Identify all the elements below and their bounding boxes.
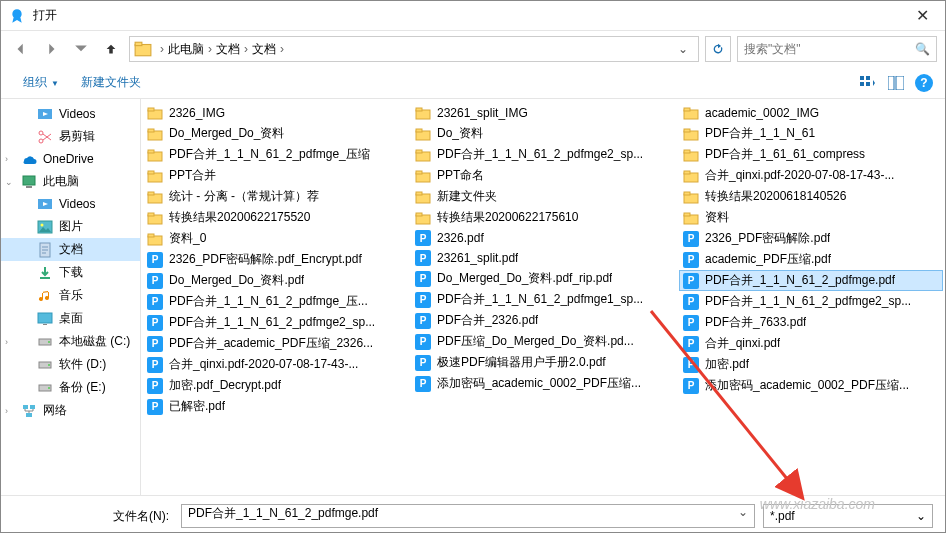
- sidebar-item[interactable]: 图片: [1, 215, 140, 238]
- sidebar-item[interactable]: 备份 (E:): [1, 376, 140, 399]
- file-filter-combobox[interactable]: *.pdf ⌄: [763, 504, 933, 528]
- breadcrumb[interactable]: › 此电脑 › 文档 › 文档 › ⌄: [129, 36, 699, 62]
- file-item[interactable]: PPDF合并_1_1_N_61_2_pdfmge.pdf: [679, 270, 943, 291]
- search-input[interactable]: [744, 42, 915, 56]
- file-item[interactable]: PPDF合并_1_1_N_61_2_pdfmge1_sp...: [411, 289, 675, 310]
- file-name: PDF合并_1_61_61_compress: [705, 146, 865, 163]
- svg-rect-55: [684, 108, 690, 111]
- file-item[interactable]: P合并_qinxi.pdf-2020-07-08-17-43-...: [143, 354, 407, 375]
- folder-item[interactable]: PPT合并: [143, 165, 407, 186]
- new-folder-button[interactable]: 新建文件夹: [71, 70, 151, 95]
- folder-item[interactable]: 2326_IMG: [143, 103, 407, 123]
- sidebar-item[interactable]: Videos: [1, 103, 140, 125]
- folder-item[interactable]: 资料: [679, 207, 943, 228]
- pictures-icon: [37, 219, 53, 235]
- refresh-button[interactable]: [705, 36, 731, 62]
- breadcrumb-item[interactable]: 文档: [252, 41, 276, 58]
- breadcrumb-item[interactable]: 文档: [216, 41, 240, 58]
- organize-menu[interactable]: 组织▼: [13, 70, 69, 95]
- nav-back[interactable]: [9, 37, 33, 61]
- file-item[interactable]: P2326_PDF密码解除.pdf_Encrypt.pdf: [143, 249, 407, 270]
- file-item[interactable]: P23261_split.pdf: [411, 248, 675, 268]
- chevron-icon: ›: [160, 42, 164, 56]
- sidebar-item[interactable]: ⌄此电脑: [1, 170, 140, 193]
- sidebar-item[interactable]: 软件 (D:): [1, 353, 140, 376]
- tree-caret-icon[interactable]: ›: [5, 337, 8, 347]
- sidebar-item[interactable]: 音乐: [1, 284, 140, 307]
- svg-point-22: [48, 364, 50, 366]
- nav-forward[interactable]: [39, 37, 63, 61]
- folder-item[interactable]: 统计 - 分离 -（常规计算）荐: [143, 186, 407, 207]
- view-options[interactable]: [859, 74, 877, 92]
- help-button[interactable]: ?: [915, 74, 933, 92]
- file-item[interactable]: P加密.pdf: [679, 354, 943, 375]
- folder-item[interactable]: PPT命名: [411, 165, 675, 186]
- filename-combobox[interactable]: PDF合并_1_1_N_61_2_pdfmge.pdf ⌄: [181, 504, 755, 528]
- toolbar: 组织▼ 新建文件夹 ?: [1, 67, 945, 99]
- folder-item[interactable]: 转换结果20200622175610: [411, 207, 675, 228]
- sidebar-item[interactable]: ›OneDrive: [1, 148, 140, 170]
- file-item[interactable]: PDo_Merged_Do_资料.pdf: [143, 270, 407, 291]
- file-item[interactable]: P2326.pdf: [411, 228, 675, 248]
- scissors-icon: [37, 129, 53, 145]
- folder-item[interactable]: 23261_split_IMG: [411, 103, 675, 123]
- video-icon: [37, 196, 53, 212]
- file-name: PDF合并_1_1_N_61_2_pdfmge1_sp...: [437, 291, 643, 308]
- file-item[interactable]: P极速PDF编辑器用户手册2.0.pdf: [411, 352, 675, 373]
- file-item[interactable]: PPDF合并_7633.pdf: [679, 312, 943, 333]
- tree-caret-icon[interactable]: ›: [5, 154, 8, 164]
- sidebar-item[interactable]: 易剪辑: [1, 125, 140, 148]
- sidebar-item[interactable]: Videos: [1, 193, 140, 215]
- nav-up[interactable]: [99, 37, 123, 61]
- folder-item[interactable]: PDF合并_1_1_N_61: [679, 123, 943, 144]
- search-icon: 🔍: [915, 42, 930, 56]
- file-item[interactable]: PPDF合并_1_1_N_61_2_pdfmge2_sp...: [679, 291, 943, 312]
- folder-item[interactable]: PDF合并_1_1_N_61_2_pdfmge_压缩: [143, 144, 407, 165]
- sidebar-item[interactable]: 下载: [1, 261, 140, 284]
- sidebar-item[interactable]: 桌面: [1, 307, 140, 330]
- folder-item[interactable]: PDF合并_1_61_61_compress: [679, 144, 943, 165]
- file-item[interactable]: P添加密码_academic_0002_PDF压缩...: [679, 375, 943, 396]
- file-name: 2326_IMG: [169, 106, 225, 120]
- folder-item[interactable]: academic_0002_IMG: [679, 103, 943, 123]
- folder-item[interactable]: 资料_0: [143, 228, 407, 249]
- breadcrumb-dropdown[interactable]: ⌄: [672, 42, 694, 56]
- file-name: PDF合并_academic_PDF压缩_2326...: [169, 335, 373, 352]
- file-item[interactable]: P添加密码_academic_0002_PDF压缩...: [411, 373, 675, 394]
- file-item[interactable]: Pacademic_PDF压缩.pdf: [679, 249, 943, 270]
- close-button[interactable]: ✕: [908, 2, 937, 29]
- file-item[interactable]: P加密.pdf_Decrypt.pdf: [143, 375, 407, 396]
- file-item[interactable]: PPDF压缩_Do_Merged_Do_资料.pd...: [411, 331, 675, 352]
- preview-pane-toggle[interactable]: [887, 74, 905, 92]
- file-name: 已解密.pdf: [169, 398, 225, 415]
- refresh-icon: [711, 42, 725, 56]
- body-area: Videos易剪辑›OneDrive⌄此电脑Videos图片文档下载音乐桌面›本…: [1, 99, 945, 495]
- sidebar-item[interactable]: ›本地磁盘 (C:): [1, 330, 140, 353]
- tree-caret-icon[interactable]: ⌄: [5, 177, 13, 187]
- file-item[interactable]: PPDF合并_academic_PDF压缩_2326...: [143, 333, 407, 354]
- folder-item[interactable]: PDF合并_1_1_N_61_2_pdfmge2_sp...: [411, 144, 675, 165]
- file-name: PPT合并: [169, 167, 216, 184]
- file-item[interactable]: P已解密.pdf: [143, 396, 407, 417]
- nav-recent[interactable]: [69, 37, 93, 61]
- sidebar-item[interactable]: 文档: [1, 238, 140, 261]
- file-list[interactable]: 2326_IMGDo_Merged_Do_资料PDF合并_1_1_N_61_2_…: [141, 99, 945, 495]
- file-item[interactable]: PPDF合并_1_1_N_61_2_pdfmge2_sp...: [143, 312, 407, 333]
- file-item[interactable]: P2326_PDF密码解除.pdf: [679, 228, 943, 249]
- file-item[interactable]: PPDF合并_2326.pdf: [411, 310, 675, 331]
- breadcrumb-item[interactable]: 此电脑: [168, 41, 204, 58]
- file-item[interactable]: PPDF合并_1_1_N_61_2_pdfmge_压...: [143, 291, 407, 312]
- folder-item[interactable]: 转换结果20200622175520: [143, 207, 407, 228]
- sidebar-item[interactable]: ›网络: [1, 399, 140, 422]
- folder-item[interactable]: Do_Merged_Do_资料: [143, 123, 407, 144]
- search-box[interactable]: 🔍: [737, 36, 937, 62]
- tree-caret-icon[interactable]: ›: [5, 406, 8, 416]
- folder-item[interactable]: 合并_qinxi.pdf-2020-07-08-17-43-...: [679, 165, 943, 186]
- svg-rect-47: [416, 150, 422, 153]
- folder-item[interactable]: 新建文件夹: [411, 186, 675, 207]
- file-item[interactable]: PDo_Merged_Do_资料.pdf_rip.pdf: [411, 268, 675, 289]
- filter-value: *.pdf: [770, 509, 795, 523]
- folder-item[interactable]: 转换结果20200618140526: [679, 186, 943, 207]
- file-item[interactable]: P合并_qinxi.pdf: [679, 333, 943, 354]
- folder-item[interactable]: Do_资料: [411, 123, 675, 144]
